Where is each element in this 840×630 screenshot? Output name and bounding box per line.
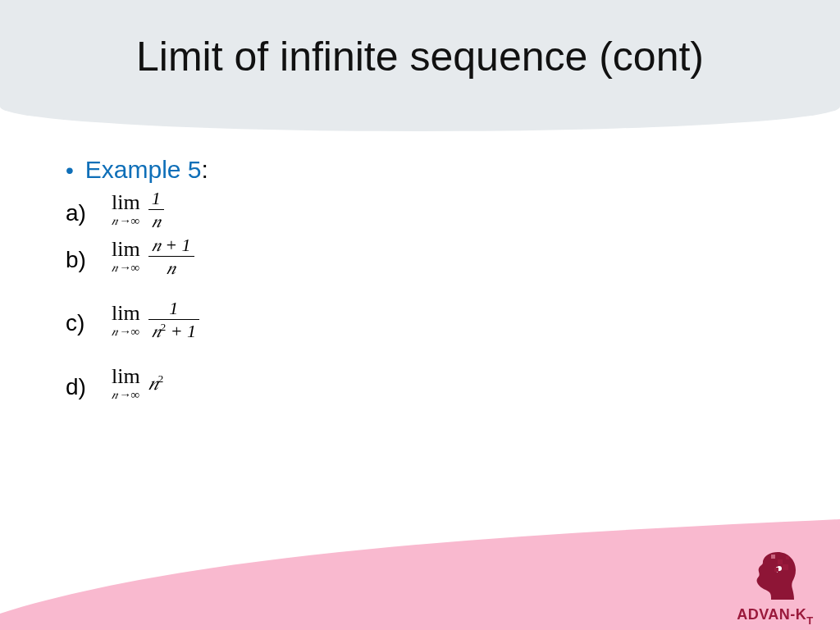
brand-name: ADVAN-K [737, 606, 806, 623]
example-colon: : [202, 156, 208, 183]
brand-text: ADVAN-KT [737, 606, 814, 623]
lim-word: lim [112, 239, 140, 260]
head-silhouette-icon [746, 549, 804, 606]
item-letter: b) [66, 235, 98, 273]
denominator: 𝑛 [163, 258, 179, 277]
lim-subscript: 𝑛→∞ [112, 262, 139, 274]
denominator: 𝑛2 + 1 [148, 322, 199, 340]
fraction-bar [148, 209, 164, 210]
numerator: 𝑛 + 1 [148, 235, 194, 254]
math-expression: lim 𝑛→∞ 1 𝑛2 + 1 [98, 299, 199, 341]
bullet-icon: • [66, 159, 74, 182]
term-base: 𝑛 [148, 372, 158, 394]
lim-subscript: 𝑛→∞ [112, 215, 139, 227]
denominator-tail: + 1 [166, 322, 196, 342]
example-label: Example 5 [85, 156, 202, 183]
list-item: a) lim 𝑛→∞ 1 𝑛 [66, 189, 640, 231]
footer-band [0, 515, 840, 630]
item-letter: a) [66, 189, 98, 226]
slide-content: • Example 5: a) lim 𝑛→∞ 1 𝑛 [66, 156, 640, 401]
lim-word: lim [112, 303, 140, 324]
list-item: d) lim 𝑛→∞ 𝑛2 [66, 363, 640, 401]
slide: Limit of infinite sequence (cont) • Exam… [0, 0, 840, 630]
term: 𝑛2 [148, 372, 164, 395]
lim-word: lim [112, 366, 140, 387]
list-item: c) lim 𝑛→∞ 1 𝑛2 + 1 [66, 299, 640, 341]
fraction-bar [148, 319, 199, 320]
fraction: 1 𝑛2 + 1 [148, 299, 199, 341]
wave-graphic [0, 515, 840, 630]
fraction-bar [148, 256, 194, 257]
brand-logo: ADVAN-KT [722, 533, 829, 623]
denominator-base: 𝑛 [152, 322, 161, 342]
list-item: b) lim 𝑛→∞ 𝑛 + 1 𝑛 [66, 235, 640, 277]
numerator: 1 [148, 189, 164, 208]
fraction: 𝑛 + 1 𝑛 [148, 235, 194, 277]
lim-subscript: 𝑛→∞ [112, 326, 139, 338]
item-letter: d) [66, 363, 98, 400]
math-expression: lim 𝑛→∞ 𝑛2 [98, 363, 163, 401]
slide-title: Limit of infinite sequence (cont) [0, 33, 840, 80]
example-heading: • Example 5: [66, 156, 640, 184]
term-exp: 2 [158, 372, 164, 385]
brand-suffix: T [806, 614, 813, 627]
item-letter: c) [66, 299, 98, 336]
math-expression: lim 𝑛→∞ 1 𝑛 [98, 189, 164, 231]
denominator: 𝑛 [148, 212, 164, 231]
fraction: 1 𝑛 [148, 189, 164, 231]
numerator: 1 [166, 299, 181, 317]
lim-subscript: 𝑛→∞ [112, 389, 139, 401]
math-expression: lim 𝑛→∞ 𝑛 + 1 𝑛 [98, 235, 194, 277]
lim-word: lim [112, 192, 140, 213]
